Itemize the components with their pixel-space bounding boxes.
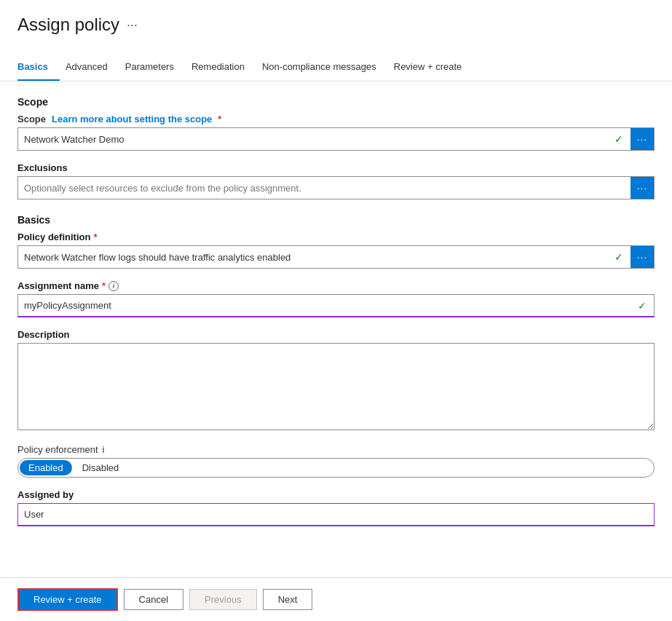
policy-enforcement-field-group: Policy enforcement i Enabled Disabled	[17, 444, 655, 478]
basics-section-title: Basics	[17, 214, 655, 226]
page-title: Assign policy ···	[17, 15, 655, 35]
exclusions-input-wrapper: ···	[17, 176, 655, 199]
title-text: Assign policy	[17, 15, 119, 35]
description-textarea[interactable]	[17, 343, 655, 430]
exclusions-field-group: Exclusions ···	[17, 162, 655, 199]
ellipsis-icon: ···	[637, 133, 648, 145]
assignment-name-field-group: Assignment name * i ✓	[17, 280, 655, 317]
previous-button: Previous	[189, 589, 257, 610]
scope-label-row: Scope Learn more about setting the scope…	[17, 114, 655, 124]
policy-definition-input[interactable]	[18, 246, 614, 268]
scope-input[interactable]	[18, 128, 614, 150]
assigned-by-input-wrapper	[17, 503, 655, 526]
assignment-name-check-icon: ✓	[638, 300, 651, 312]
scope-check-icon: ✓	[614, 133, 628, 145]
policy-definition-input-wrapper: ✓ ···	[17, 245, 655, 269]
ellipsis-icon-2: ···	[637, 182, 648, 194]
policy-def-label-text: Policy definition	[17, 232, 90, 242]
policy-def-check-icon: ✓	[614, 251, 628, 263]
title-dots: ···	[127, 17, 138, 33]
assignment-name-input[interactable]	[18, 295, 638, 316]
policy-enforcement-info-icon[interactable]: i	[103, 444, 105, 455]
policy-definition-field-group: Policy definition * ✓ ···	[17, 232, 655, 269]
toggle-enabled-button[interactable]: Enabled	[20, 460, 72, 475]
policy-definition-browse-button[interactable]: ···	[631, 246, 654, 268]
tab-review-create[interactable]: Review + create	[394, 55, 474, 81]
tab-remediation[interactable]: Remediation	[191, 55, 256, 81]
tab-parameters[interactable]: Parameters	[125, 55, 186, 81]
tab-non-compliance[interactable]: Non-compliance messages	[262, 55, 388, 81]
tab-basics[interactable]: Basics	[17, 55, 60, 81]
next-button[interactable]: Next	[263, 589, 313, 610]
exclusions-browse-button[interactable]: ···	[631, 177, 654, 199]
policy-enforcement-label-row: Policy enforcement i	[17, 444, 655, 455]
description-label: Description	[17, 329, 655, 340]
toggle-disabled-button[interactable]: Disabled	[74, 460, 128, 475]
main-content: Scope Scope Learn more about setting the…	[0, 82, 672, 577]
policy-def-required: *	[93, 232, 97, 242]
assignment-name-required: *	[102, 280, 106, 291]
scope-learn-more-link[interactable]: Learn more about setting the scope	[52, 114, 212, 124]
tabs-nav: Basics Advanced Parameters Remediation N…	[0, 44, 672, 82]
policy-definition-label: Policy definition *	[17, 232, 655, 242]
footer: Review + create Cancel Previous Next	[0, 577, 672, 621]
assigned-by-input[interactable]	[18, 504, 654, 525]
scope-browse-button[interactable]: ···	[631, 128, 654, 150]
assignment-name-info-icon[interactable]: i	[108, 281, 119, 291]
scope-label: Scope	[17, 114, 46, 124]
header: Assign policy ···	[0, 0, 672, 35]
scope-required-star: *	[218, 114, 221, 124]
scope-field-group: Scope Learn more about setting the scope…	[17, 114, 655, 151]
assigned-by-field-group: Assigned by	[17, 489, 655, 526]
cancel-button[interactable]: Cancel	[124, 589, 183, 610]
exclusions-label: Exclusions	[17, 162, 655, 173]
page-container: Assign policy ··· Basics Advanced Parame…	[0, 0, 672, 621]
policy-enforcement-label: Policy enforcement	[17, 444, 98, 455]
tab-advanced[interactable]: Advanced	[66, 55, 119, 81]
scope-section-title: Scope	[17, 96, 655, 108]
policy-enforcement-toggle: Enabled Disabled	[17, 458, 655, 478]
description-field-group: Description	[17, 329, 655, 432]
assignment-name-label: Assignment name * i	[17, 280, 655, 291]
exclusions-input[interactable]	[18, 177, 631, 199]
ellipsis-icon-3: ···	[637, 251, 648, 263]
assignment-name-input-wrapper: ✓	[17, 294, 655, 317]
scope-input-wrapper: ✓ ···	[17, 127, 655, 151]
assigned-by-label: Assigned by	[17, 489, 655, 500]
assignment-name-label-text: Assignment name	[17, 280, 99, 291]
review-create-button[interactable]: Review + create	[17, 588, 118, 611]
